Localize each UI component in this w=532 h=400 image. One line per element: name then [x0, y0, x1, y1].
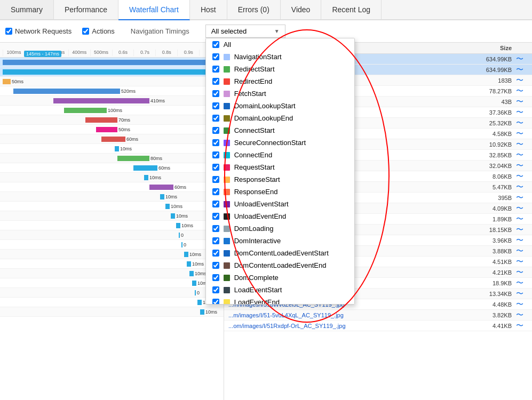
- tab-recent-log[interactable]: Recent Log: [321, 0, 382, 19]
- waterfall-row[interactable]: 10ms: [0, 202, 224, 211]
- checkbox-connectstart[interactable]: [212, 127, 219, 134]
- waterfall-row[interactable]: [0, 67, 224, 77]
- waterfall-row[interactable]: 10ms: [0, 144, 224, 154]
- waterfall-row[interactable]: 60ms: [0, 182, 224, 192]
- dropdown-item-redirectstart[interactable]: RedirectStart: [206, 63, 354, 75]
- waterfall-row[interactable]: 10ms: [0, 250, 224, 259]
- waterfall-row[interactable]: 10ms: [0, 211, 224, 221]
- waterfall-row[interactable]: [0, 58, 224, 67]
- dropdown-item-unloadeventstart[interactable]: UnloadEventStart: [206, 198, 354, 210]
- waterfall-row[interactable]: 10ms: [0, 173, 224, 182]
- dropdown-item-all[interactable]: All: [206, 38, 354, 51]
- actions-checkbox[interactable]: [82, 28, 89, 35]
- tab-summary[interactable]: Summary: [0, 0, 54, 19]
- trend-icon: 〜: [516, 321, 528, 331]
- checkbox-loadeventstart[interactable]: [212, 286, 219, 293]
- waterfall-bar: [192, 281, 196, 286]
- checkbox-responsestart[interactable]: [212, 176, 219, 183]
- dropdown-item-loadeventend[interactable]: LoadEventEnd: [206, 296, 354, 305]
- dropdown-item-connectstart[interactable]: ConnectStart: [206, 124, 354, 137]
- checkbox-domcontentloadedeventstart[interactable]: [212, 250, 219, 257]
- checkbox-domloading[interactable]: [212, 225, 219, 232]
- checkbox-responseend[interactable]: [212, 188, 219, 195]
- dropdown-item-unloadeventend[interactable]: UnloadEventEnd: [206, 210, 354, 222]
- checkbox-redirectstart[interactable]: [212, 66, 219, 73]
- tab-video[interactable]: Video: [281, 0, 322, 19]
- checkbox-unloadeventstart[interactable]: [212, 201, 219, 207]
- checkbox-domcomplete[interactable]: [212, 274, 219, 281]
- checkbox-dominteractive[interactable]: [212, 237, 219, 244]
- trend-icon: 〜: [516, 161, 528, 171]
- checkbox-connectend[interactable]: [212, 151, 219, 158]
- checkbox-loadeventend[interactable]: [212, 299, 219, 305]
- tab-waterfall-chart[interactable]: Waterfall Chart: [118, 0, 190, 20]
- nav-timings-dropdown-wrapper: All selected ▼ AllNavigationStartRedirec…: [205, 25, 285, 38]
- waterfall-bar: [144, 175, 148, 180]
- tab-performance[interactable]: Performance: [54, 0, 118, 19]
- dropdown-item-domcomplete[interactable]: DomComplete: [206, 271, 354, 284]
- ruler-mark: 0.7s: [133, 50, 155, 56]
- waterfall-bar: [171, 213, 175, 219]
- dropdown-item-responseend[interactable]: ResponseEnd: [206, 186, 354, 198]
- dropdown-item-domainlookupstart[interactable]: DomainLookupStart: [206, 100, 354, 112]
- dropdown-item-domcontentloadedeventend[interactable]: DomContentLoadedEventEnd: [206, 259, 354, 271]
- waterfall-row[interactable]: 60ms: [0, 134, 224, 144]
- network-requests-checkbox-label[interactable]: Network Requests: [5, 27, 72, 35]
- waterfall-row[interactable]: 0: [0, 230, 224, 240]
- dropdown-item-redirectend[interactable]: RedirectEnd: [206, 75, 354, 87]
- actions-checkbox-label[interactable]: Actions: [82, 27, 115, 35]
- waterfall-row[interactable]: 70ms: [0, 115, 224, 125]
- waterfall-row[interactable]: 10ms: [0, 221, 224, 230]
- waterfall-row[interactable]: 0: [0, 288, 224, 298]
- dropdown-item-dominteractive[interactable]: DomInteractive: [206, 235, 354, 247]
- checkbox-domainlookupend[interactable]: [212, 115, 219, 122]
- waterfall-row[interactable]: 50ms: [0, 77, 224, 86]
- waterfall-row[interactable]: 10ms: [0, 192, 224, 202]
- waterfall-row[interactable]: 10ms: [0, 269, 224, 278]
- waterfall-row[interactable]: 10ms: [0, 259, 224, 269]
- toolbar: Network Requests Actions Navigation Timi…: [0, 20, 532, 43]
- checkbox-requeststart[interactable]: [212, 164, 219, 171]
- waterfall-row[interactable]: 410ms: [0, 96, 224, 106]
- dropdown-item-domcontentloadedeventstart[interactable]: DomContentLoadedEventStart: [206, 247, 354, 259]
- dropdown-item-responsestart[interactable]: ResponseStart: [206, 173, 354, 186]
- dropdown-item-label: FetchStart: [234, 90, 266, 98]
- request-size: 4.09KB: [473, 205, 516, 212]
- trend-icon: 〜: [516, 172, 528, 181]
- waterfall-row[interactable]: 10ms: [0, 278, 224, 288]
- checkbox-secureconnectionstart[interactable]: [212, 139, 219, 146]
- dropdown-item-domainlookupend[interactable]: DomainLookupEnd: [206, 112, 354, 124]
- request-size: 78.27KB: [473, 88, 516, 94]
- checkbox-fetchstart[interactable]: [212, 90, 219, 97]
- checkbox-redirectend[interactable]: [212, 78, 219, 85]
- dropdown-item-requeststart[interactable]: RequestStart: [206, 161, 354, 173]
- waterfall-row[interactable]: 80ms: [0, 154, 224, 163]
- network-requests-checkbox[interactable]: [5, 28, 12, 35]
- waterfall-area: 100ms200ms300ms400ms500ms0.6s0.7s0.8s0.9…: [0, 43, 224, 400]
- checkbox-navigationstart[interactable]: [212, 53, 219, 60]
- request-row[interactable]: ...om/images/I/51Rxdpf-OrL_AC_SY119_.jpg…: [224, 321, 532, 331]
- dropdown-item-secureconnectionstart[interactable]: SecureConnectionStart: [206, 137, 354, 149]
- checkbox-all[interactable]: [212, 41, 219, 48]
- ruler-mark: 500ms: [90, 50, 112, 56]
- tab-host[interactable]: Host: [190, 0, 227, 19]
- waterfall-row[interactable]: 520ms: [0, 86, 224, 96]
- dropdown-item-connectend[interactable]: ConnectEnd: [206, 149, 354, 161]
- dropdown-item-fetchstart[interactable]: FetchStart: [206, 87, 354, 100]
- dropdown-item-domloading[interactable]: DomLoading: [206, 222, 354, 235]
- checkbox-domainlookupstart[interactable]: [212, 102, 219, 109]
- waterfall-row[interactable]: 0: [0, 240, 224, 250]
- dropdown-item-loadeventstart[interactable]: LoadEventStart: [206, 284, 354, 296]
- trend-icon: 〜: [516, 214, 528, 224]
- nav-timings-dropdown-btn[interactable]: All selected ▼: [205, 25, 285, 38]
- waterfall-row[interactable]: 60ms: [0, 163, 224, 173]
- tab-errors-(0)[interactable]: Errors (0): [227, 0, 281, 19]
- waterfall-row[interactable]: 50ms: [0, 125, 224, 134]
- checkbox-domcontentloadedeventend[interactable]: [212, 262, 219, 269]
- waterfall-row[interactable]: 10ms: [0, 307, 224, 317]
- waterfall-row[interactable]: 100ms: [0, 106, 224, 115]
- waterfall-row[interactable]: 10ms: [0, 298, 224, 307]
- request-row[interactable]: ...m/images/I/51-5vuL4XqL_AC_SY119_.jpg3…: [224, 310, 532, 321]
- checkbox-unloadeventend[interactable]: [212, 213, 219, 220]
- dropdown-item-navigationstart[interactable]: NavigationStart: [206, 51, 354, 63]
